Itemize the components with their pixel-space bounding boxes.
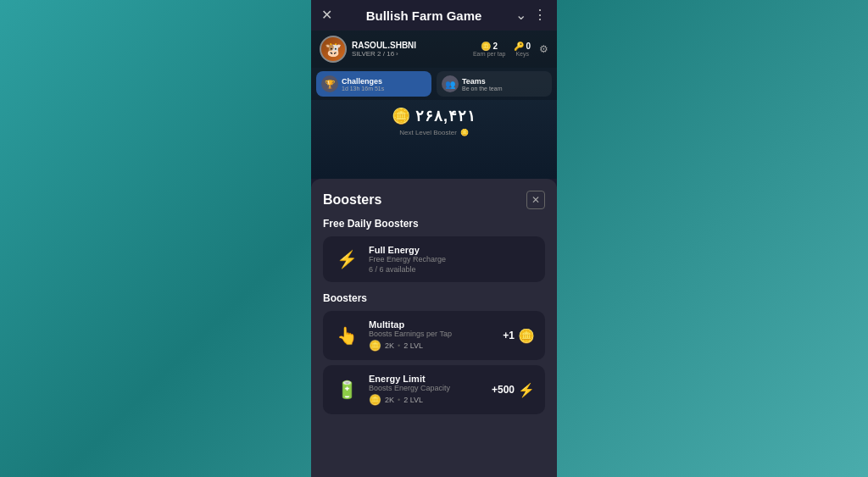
boosters-section-title: Boosters [323,292,545,304]
energy-limit-level: 2 LVL [403,396,423,404]
user-info: RASOUL.SHBNI SILVER 2 / 16 › [352,41,416,58]
energy-limit-desc: Boosts Energy Capacity [369,384,483,392]
teams-icon: 👥 [442,75,459,92]
modal-close-button[interactable]: ✕ [526,191,545,209]
big-coin-icon: 🪙 [392,107,410,125]
multitap-icon: 👆 [333,322,360,349]
tab-teams[interactable]: 👥 Teams Be on the team [437,71,552,97]
key-icon: 🔑 [514,42,524,51]
username: RASOUL.SHBNI [352,41,416,50]
avatar: 🐮 [320,36,347,63]
full-energy-icon: ⚡ [333,246,360,273]
challenges-text: Challenges 1d 13h 16m 51s [342,77,384,92]
multitap-bonus: +1 🪙 [503,328,535,344]
dropdown-button[interactable]: ⌄ [515,8,526,22]
user-bar: 🐮 RASOUL.SHBNI SILVER 2 / 16 › 🪙 2 Earn … [311,31,557,68]
multitap-info: Multitap Boosts Earnings per Tap 🪙 2K • … [369,319,494,352]
energy-limit-icon: 🔋 [333,376,360,403]
user-left: 🐮 RASOUL.SHBNI SILVER 2 / 16 › [320,36,416,63]
next-level-row: Next Level Booster 🪙 [311,129,557,140]
challenges-icon: 🏆 [321,75,338,92]
energy-limit-bonus: +500 ⚡ [492,382,535,398]
coin-amount-row: 🪙 ۲۶۸,۴۲۱ [311,100,557,129]
full-energy-card[interactable]: ⚡ Full Energy Free Energy Recharge 6 / 6… [323,236,545,282]
coin-amount: ۲۶۸,۴۲۱ [415,107,476,125]
top-bar: ✕ Bullish Farm Game ⌄ ⋮ [311,0,557,31]
settings-icon[interactable]: ⚙ [539,43,548,55]
energy-limit-cost-row: 🪙 2K • 2 LVL [369,394,483,406]
energy-limit-info: Energy Limit Boosts Energy Capacity 🪙 2K… [369,374,483,406]
keys-stat: 🔑 0 Keys [514,42,531,57]
top-bar-icons: ⌄ ⋮ [515,8,547,22]
energy-limit-card[interactable]: 🔋 Energy Limit Boosts Energy Capacity 🪙 … [323,365,545,414]
free-daily-boosters-title: Free Daily Boosters [323,218,545,230]
keys-label: Keys [515,51,529,57]
energy-limit-name: Energy Limit [369,374,483,384]
tab-challenges[interactable]: 🏆 Challenges 1d 13h 16m 51s [316,71,431,97]
energy-limit-bonus-icon: ⚡ [518,382,535,398]
app-container: ✕ Bullish Farm Game ⌄ ⋮ 🐮 RASOUL.SHBNI S… [311,0,557,477]
next-level-text: Next Level Booster [399,129,457,136]
multitap-coin-icon: 🪙 [369,340,381,352]
multitap-level: 2 LVL [403,341,423,350]
earn-label: Earn per tap [473,51,506,57]
menu-button[interactable]: ⋮ [533,8,547,22]
user-right: 🪙 2 Earn per tap 🔑 0 Keys ⚙ [473,42,548,57]
modal-title: Boosters [323,192,381,208]
modal-header: Boosters ✕ [323,191,545,209]
boosters-modal: Boosters ✕ Free Daily Boosters ⚡ Full En… [311,179,557,477]
full-energy-available: 6 / 6 available [369,265,535,274]
multitap-cost-row: 🪙 2K • 2 LVL [369,340,494,352]
close-button[interactable]: ✕ [321,8,332,22]
full-energy-info: Full Energy Free Energy Recharge 6 / 6 a… [369,245,535,274]
boosters-section: Boosters 👆 Multitap Boosts Earnings per … [323,292,545,414]
earn-per-tap: 🪙 2 Earn per tap [473,42,506,57]
multitap-name: Multitap [369,319,494,330]
app-title: Bullish Farm Game [366,8,482,23]
next-level-icon: 🪙 [460,129,469,136]
full-energy-desc: Free Energy Recharge [369,255,535,263]
multitap-cost: 2K [385,341,394,350]
energy-limit-cost: 2K [385,396,394,404]
multitap-card[interactable]: 👆 Multitap Boosts Earnings per Tap 🪙 2K … [323,311,545,360]
teams-text: Teams Be on the team [462,77,502,92]
energy-limit-coin-icon: 🪙 [369,394,381,406]
coin-icon: 🪙 [481,42,491,51]
full-energy-name: Full Energy [369,245,535,255]
nav-tabs: 🏆 Challenges 1d 13h 16m 51s 👥 Teams Be o… [311,68,557,100]
game-background: 🐮 RASOUL.SHBNI SILVER 2 / 16 › 🪙 2 Earn … [311,31,557,179]
multitap-bonus-icon: 🪙 [518,328,535,344]
multitap-desc: Boosts Earnings per Tap [369,330,494,338]
user-level: SILVER 2 / 16 › [352,50,416,58]
